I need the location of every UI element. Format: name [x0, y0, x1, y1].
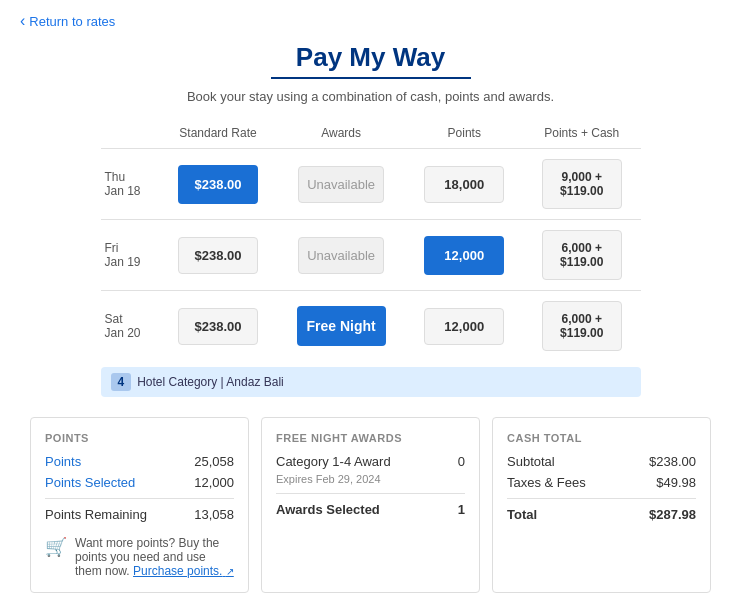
total-value: $287.98	[649, 507, 696, 522]
award-row: Category 1-4 Award 0	[276, 454, 465, 469]
points-cash-cell-1[interactable]: 9,000 + $119.00	[523, 149, 641, 220]
chevron-left-icon	[20, 12, 25, 30]
row-day-2: Fri	[105, 241, 152, 255]
return-label: Return to rates	[29, 14, 115, 29]
title-underline	[271, 77, 471, 79]
points-cash-1[interactable]: 9,000 + $119.00	[542, 159, 622, 209]
top-nav: Return to rates	[0, 0, 741, 42]
col-header-points-cash: Points + Cash	[523, 122, 641, 149]
points-selected-row: Points Selected 12,000	[45, 475, 234, 490]
col-header-points: Points	[406, 122, 523, 149]
row-date-3: Sat Jan 20	[101, 291, 160, 362]
standard-rate-1[interactable]: $238.00	[178, 165, 258, 204]
points-3[interactable]: 12,000	[424, 308, 504, 345]
row-date-label-2: Jan 19	[105, 255, 152, 269]
col-header-date	[101, 122, 160, 149]
points-label: Points	[45, 454, 81, 469]
awards-selected-row: Awards Selected 1	[276, 502, 465, 517]
points-remaining-label: Points Remaining	[45, 507, 147, 522]
points-value: 25,058	[194, 454, 234, 469]
row-day-1: Thu	[105, 170, 152, 184]
total-label: Total	[507, 507, 537, 522]
purchase-points-wrap: 🛒 Want more points? Buy the points you n…	[45, 536, 234, 578]
points-cell-2[interactable]: 12,000	[406, 220, 523, 291]
free-night-panel-title: FREE NIGHT AWARDS	[276, 432, 465, 444]
points-remaining-value: 13,058	[194, 507, 234, 522]
points-cell-3[interactable]: 12,000	[406, 291, 523, 362]
award-name: Category 1-4 Award	[276, 454, 391, 469]
points-selected-value: 12,000	[194, 475, 234, 490]
points-cash-cell-3[interactable]: 6,000 + $119.00	[523, 291, 641, 362]
points-selected-label: Points Selected	[45, 475, 135, 490]
standard-rate-2[interactable]: $238.00	[178, 237, 258, 274]
awards-1: Unavailable	[298, 166, 384, 203]
points-cash-cell-2[interactable]: 6,000 + $119.00	[523, 220, 641, 291]
awards-selected-value: 1	[458, 502, 465, 517]
cash-panel-title: CASH TOTAL	[507, 432, 696, 444]
return-to-rates-link[interactable]: Return to rates	[20, 12, 115, 30]
cart-icon: 🛒	[45, 536, 67, 558]
purchase-points-link[interactable]: Purchase points. ↗	[133, 564, 234, 578]
hotel-category-bar: 4 Hotel Category | Andaz Bali	[101, 367, 641, 397]
bottom-panels: POINTS Points 25,058 Points Selected 12,…	[30, 417, 711, 593]
row-day-3: Sat	[105, 312, 152, 326]
subtotal-row: Subtotal $238.00	[507, 454, 696, 469]
awards-cell-3[interactable]: Free Night	[277, 291, 406, 362]
points-row: Points 25,058	[45, 454, 234, 469]
awards-cell-2: Unavailable	[277, 220, 406, 291]
total-row: Total $287.98	[507, 507, 696, 522]
points-1[interactable]: 18,000	[424, 166, 504, 203]
awards-2: Unavailable	[298, 237, 384, 274]
award-count: 0	[458, 454, 465, 469]
page-subtitle: Book your stay using a combination of ca…	[30, 89, 711, 104]
category-number: 4	[111, 373, 132, 391]
external-link-icon: ↗	[226, 566, 234, 577]
row-date-label-3: Jan 20	[105, 326, 152, 340]
table-row: Fri Jan 19 $238.00 Unavailable 12,000 6,…	[101, 220, 641, 291]
points-remaining-row: Points Remaining 13,058	[45, 507, 234, 522]
award-expires: Expires Feb 29, 2024	[276, 473, 465, 485]
table-row: Thu Jan 18 $238.00 Unavailable 18,000 9,…	[101, 149, 641, 220]
subtotal-value: $238.00	[649, 454, 696, 469]
free-night-divider	[276, 493, 465, 494]
awards-cell-1: Unavailable	[277, 149, 406, 220]
row-date-1: Thu Jan 18	[101, 149, 160, 220]
standard-rate-cell-1[interactable]: $238.00	[159, 149, 276, 220]
taxes-label: Taxes & Fees	[507, 475, 586, 490]
purchase-points-text: Want more points? Buy the points you nee…	[75, 536, 234, 578]
row-date-2: Fri Jan 19	[101, 220, 160, 291]
standard-rate-cell-2[interactable]: $238.00	[159, 220, 276, 291]
points-2[interactable]: 12,000	[424, 236, 504, 275]
points-divider	[45, 498, 234, 499]
cash-divider	[507, 498, 696, 499]
col-header-standard: Standard Rate	[159, 122, 276, 149]
free-night-panel: FREE NIGHT AWARDS Category 1-4 Award 0 E…	[261, 417, 480, 593]
points-cash-3[interactable]: 6,000 + $119.00	[542, 301, 622, 351]
points-panel: POINTS Points 25,058 Points Selected 12,…	[30, 417, 249, 593]
subtotal-label: Subtotal	[507, 454, 555, 469]
points-panel-title: POINTS	[45, 432, 234, 444]
row-date-label-1: Jan 18	[105, 184, 152, 198]
taxes-row: Taxes & Fees $49.98	[507, 475, 696, 490]
cash-panel: CASH TOTAL Subtotal $238.00 Taxes & Fees…	[492, 417, 711, 593]
table-row: Sat Jan 20 $238.00 Free Night 12,000 6,0…	[101, 291, 641, 362]
points-cell-1[interactable]: 18,000	[406, 149, 523, 220]
page-title: Pay My Way	[30, 42, 711, 73]
hotel-category-label: Hotel Category | Andaz Bali	[137, 375, 284, 389]
taxes-value: $49.98	[656, 475, 696, 490]
rate-table: Standard Rate Awards Points Points + Cas…	[101, 122, 641, 361]
points-cash-2[interactable]: 6,000 + $119.00	[542, 230, 622, 280]
standard-rate-3[interactable]: $238.00	[178, 308, 258, 345]
col-header-awards: Awards	[277, 122, 406, 149]
awards-selected-label: Awards Selected	[276, 502, 380, 517]
free-night-cell[interactable]: Free Night	[297, 306, 386, 346]
standard-rate-cell-3[interactable]: $238.00	[159, 291, 276, 362]
